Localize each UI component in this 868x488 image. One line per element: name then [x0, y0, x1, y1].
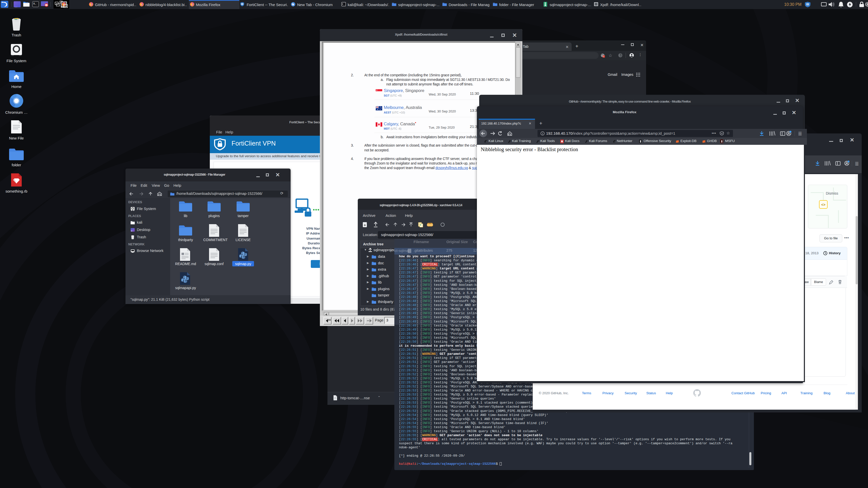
svg-text:x: x [603, 55, 604, 58]
svg-text:$_: $_ [33, 2, 36, 5]
